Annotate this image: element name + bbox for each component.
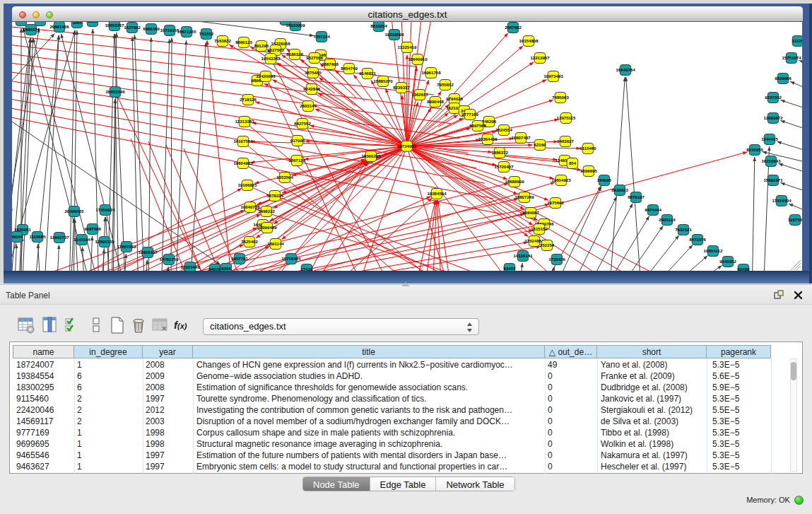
svg-text:19654923: 19654923 [551, 177, 571, 182]
svg-text:2087682: 2087682 [505, 25, 522, 30]
svg-text:3498222: 3498222 [258, 209, 275, 214]
svg-text:18300295: 18300295 [361, 153, 381, 158]
svg-text:16107553: 16107553 [233, 139, 253, 144]
svg-text:7485063: 7485063 [552, 95, 569, 100]
svg-text:9327508: 9327508 [306, 55, 323, 60]
svg-text:12323446: 12323446 [180, 264, 200, 269]
svg-text:5878334: 5878334 [266, 193, 283, 198]
svg-text:10654112: 10654112 [704, 248, 723, 253]
svg-text:1244415: 1244415 [761, 136, 778, 141]
svg-text:9777169: 9777169 [461, 112, 478, 117]
svg-text:62160: 62160 [534, 142, 547, 147]
svg-text:20053346: 20053346 [105, 89, 125, 94]
svg-text:9699695: 9699695 [580, 168, 597, 173]
svg-text:1886372: 1886372 [491, 150, 508, 155]
svg-text:9474444: 9474444 [645, 207, 661, 212]
svg-text:1115685: 1115685 [29, 234, 46, 239]
svg-text:9084067: 9084067 [522, 210, 539, 215]
svg-text:2867608: 2867608 [322, 62, 339, 66]
svg-text:10958107: 10958107 [138, 250, 158, 255]
svg-text:9405574: 9405574 [23, 27, 40, 32]
svg-text:8427552: 8427552 [294, 121, 311, 126]
svg-text:16033809: 16033809 [286, 23, 305, 28]
svg-text:39154: 39154 [12, 234, 23, 239]
svg-text:252254: 252254 [540, 243, 555, 247]
svg-text:1527602: 1527602 [124, 25, 141, 30]
svg-text:9097588: 9097588 [84, 226, 101, 231]
svg-text:6497568: 6497568 [469, 123, 486, 128]
svg-text:19166825: 19166825 [237, 182, 257, 187]
svg-text:12093872: 12093872 [763, 115, 783, 120]
svg-text:1362615: 1362615 [411, 92, 428, 97]
svg-text:1615152: 1615152 [531, 226, 548, 231]
svg-text:12505135: 12505135 [95, 239, 114, 244]
svg-text:10046738: 10046738 [240, 204, 260, 209]
svg-text:16782759: 16782759 [159, 257, 179, 262]
svg-text:20206535: 20206535 [64, 209, 84, 214]
svg-text:9329966: 9329966 [775, 76, 792, 81]
svg-text:11125: 11125 [792, 38, 802, 43]
svg-text:20691406: 20691406 [49, 24, 69, 29]
svg-text:7357224: 7357224 [313, 34, 330, 39]
svg-text:854: 854 [569, 160, 577, 165]
svg-text:8660123: 8660123 [235, 40, 252, 45]
svg-text:9146821: 9146821 [359, 71, 376, 76]
svg-text:1065: 1065 [72, 22, 82, 25]
svg-text:917004: 917004 [290, 138, 305, 143]
svg-text:1975692: 1975692 [547, 200, 564, 205]
svg-text:12975115: 12975115 [557, 115, 576, 120]
svg-text:8471676: 8471676 [689, 237, 706, 242]
svg-text:2005: 2005 [88, 22, 98, 23]
svg-text:11325419: 11325419 [398, 45, 417, 49]
svg-text:8454749: 8454749 [341, 66, 358, 71]
svg-text:18724007: 18724007 [397, 144, 417, 148]
svg-text:3875685: 3875685 [305, 70, 322, 75]
svg-text:2935114: 2935114 [659, 217, 676, 222]
svg-text:15716485: 15716485 [281, 256, 301, 261]
svg-text:9356: 9356 [221, 266, 231, 271]
svg-text:9794028: 9794028 [446, 96, 463, 101]
svg-text:1948: 1948 [16, 22, 26, 23]
svg-text:15751074: 15751074 [782, 55, 801, 60]
svg-text:1145194: 1145194 [73, 237, 90, 242]
svg-text:2069: 2069 [35, 22, 45, 23]
svg-text:22420046: 22420046 [256, 74, 276, 78]
svg-text:18807249: 18807249 [514, 194, 534, 199]
svg-text:16648784: 16648784 [616, 67, 635, 72]
svg-text:19543362: 19543362 [261, 56, 281, 61]
svg-text:9115460: 9115460 [579, 146, 596, 151]
svg-text:20364436: 20364436 [478, 136, 498, 141]
svg-text:8215955: 8215955 [746, 147, 763, 152]
svg-text:1691144: 1691144 [267, 241, 284, 246]
svg-text:10688609: 10688609 [505, 179, 524, 184]
svg-text:16961758: 16961758 [421, 70, 441, 75]
svg-text:3267130: 3267130 [288, 158, 305, 163]
svg-text:93457: 93457 [504, 266, 517, 271]
svg-text:94576: 94576 [209, 267, 222, 271]
svg-text:17016504: 17016504 [772, 198, 792, 203]
svg-text:19218506: 19218506 [384, 32, 404, 37]
svg-text:8220317: 8220317 [393, 85, 410, 90]
svg-text:751552: 751552 [199, 31, 214, 36]
svg-text:7632621: 7632621 [675, 227, 692, 232]
svg-text:164095: 164095 [597, 177, 612, 182]
svg-text:17957253: 17957253 [117, 244, 136, 249]
svg-text:7625402: 7625402 [241, 239, 258, 244]
svg-text:8186328: 8186328 [286, 52, 303, 57]
svg-text:14136141: 14136141 [513, 253, 533, 258]
svg-text:3624554: 3624554 [495, 127, 512, 132]
svg-text:19654983: 19654983 [233, 160, 253, 165]
svg-text:6466160: 6466160 [143, 26, 160, 31]
svg-text:116753: 116753 [788, 217, 802, 222]
svg-text:16210643: 16210643 [761, 158, 781, 163]
svg-text:2718126: 2718126 [240, 97, 257, 102]
svg-text:8938923: 8938923 [611, 187, 628, 192]
svg-text:12213383: 12213383 [235, 119, 254, 124]
svg-text:17429: 17429 [301, 267, 314, 271]
svg-text:16154808: 16154808 [519, 38, 539, 43]
svg-text:17359924: 17359924 [95, 207, 115, 212]
svg-text:10653267: 10653267 [105, 23, 124, 28]
svg-text:9327503: 9327503 [267, 47, 284, 52]
svg-text:15692971: 15692971 [763, 177, 783, 182]
svg-text:6879197: 6879197 [628, 194, 645, 199]
